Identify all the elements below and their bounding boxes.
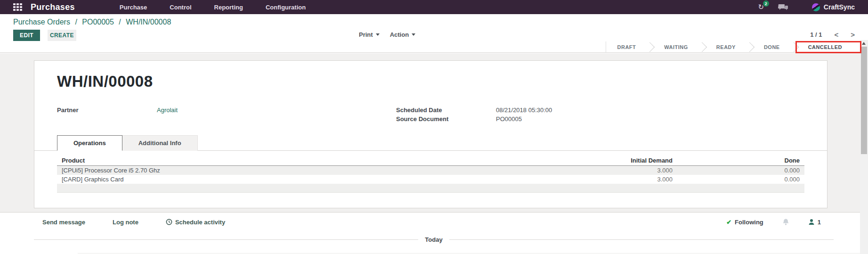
table-header-row: Product Initial Demand Done <box>57 156 804 166</box>
source-document-value: PO00005 <box>496 115 522 123</box>
company-logo-icon <box>812 3 820 11</box>
person-icon <box>808 219 815 225</box>
table-row[interactable]: [CPUi5] Processor Core i5 2.70 Ghz3.0000… <box>57 166 804 175</box>
control-panel: Purchase Orders / PO00005 / WH/IN/00008 … <box>0 14 868 41</box>
field-group-right: Scheduled Date 08/21/2018 05:30:00 Sourc… <box>396 107 552 123</box>
scheduled-date-label: Scheduled Date <box>396 107 496 114</box>
chevron-down-icon <box>376 33 380 36</box>
breadcrumb-separator: / <box>75 18 77 26</box>
date-divider: Today <box>34 236 834 243</box>
messages-icon[interactable] <box>778 4 788 11</box>
scrollbar-thumb[interactable] <box>861 47 867 154</box>
bell-icon[interactable] <box>782 218 789 226</box>
nav-menu: PurchaseControlReportingConfiguration <box>120 4 306 11</box>
action-menus: Print Action <box>359 31 415 38</box>
apps-grid-icon[interactable] <box>13 3 24 11</box>
nav-menu-item-control[interactable]: Control <box>170 4 191 11</box>
log-note-button[interactable]: Log note <box>113 219 138 226</box>
edit-button[interactable]: EDIT <box>13 30 40 41</box>
stage-draft[interactable]: DRAFT <box>606 41 648 52</box>
field-group-left: Partner Agrolait <box>57 107 396 123</box>
statusbar: DRAFTWAITINGREADYDONECANCELLED <box>0 41 868 53</box>
create-button[interactable]: CREATE <box>48 30 76 41</box>
form-view-background: WH/IN/00008 Partner Agrolait Scheduled D… <box>0 53 868 212</box>
follower-count: 1 <box>818 219 821 226</box>
following-button[interactable]: ✔ Following <box>726 219 763 226</box>
tab-additional-info[interactable]: Additional Info <box>122 135 198 151</box>
source-document-label: Source Document <box>396 115 496 123</box>
chatter-toolbar: Send message Log note Schedule activity … <box>42 218 821 226</box>
divider-line <box>34 239 418 240</box>
demand-cell: 3.000 <box>545 176 673 183</box>
product-cell: [CPUi5] Processor Core i5 2.70 Ghz <box>62 167 545 174</box>
followers-button[interactable]: 1 <box>808 219 821 226</box>
send-message-button[interactable]: Send message <box>42 219 85 226</box>
partner-label: Partner <box>57 107 157 114</box>
activity-badge: 2 <box>763 0 769 7</box>
column-header-initial-demand[interactable]: Initial Demand <box>545 157 673 164</box>
table-row[interactable]: [CARD] Graphics Card3.0000.000 <box>57 175 804 184</box>
notebook-tabs: Operations Additional Info <box>57 135 804 151</box>
form-sheet: WH/IN/00008 Partner Agrolait Scheduled D… <box>34 60 827 208</box>
nav-menu-item-purchase[interactable]: Purchase <box>120 4 147 11</box>
action-label: Action <box>390 31 409 38</box>
action-dropdown[interactable]: Action <box>390 31 415 38</box>
column-header-done[interactable]: Done <box>673 157 800 164</box>
table-body: [CPUi5] Processor Core i5 2.70 Ghz3.0000… <box>57 166 804 184</box>
table-row-empty[interactable] <box>57 184 804 193</box>
check-icon: ✔ <box>726 219 731 226</box>
stage-waiting[interactable]: WAITING <box>653 41 699 52</box>
clock-icon <box>166 219 172 225</box>
breadcrumb: Purchase Orders / PO00005 / WH/IN/00008 <box>13 18 171 26</box>
stage-arrow-icon <box>747 41 753 52</box>
done-cell: 0.000 <box>673 176 800 183</box>
vertical-scrollbar[interactable] <box>860 40 868 254</box>
scroll-up-arrow-icon[interactable] <box>862 42 866 45</box>
nav-menu-item-reporting[interactable]: Reporting <box>214 4 243 11</box>
breadcrumb-current: WH/IN/00008 <box>126 18 171 26</box>
stage-done[interactable]: DONE <box>753 41 791 52</box>
schedule-activity-button[interactable]: Schedule activity <box>166 219 225 226</box>
field-area: Partner Agrolait Scheduled Date 08/21/20… <box>57 107 804 123</box>
demand-cell: 3.000 <box>545 167 673 174</box>
stage-ready[interactable]: READY <box>705 41 747 52</box>
product-cell: [CARD] Graphics Card <box>62 176 545 183</box>
breadcrumb-po00005[interactable]: PO00005 <box>82 18 114 26</box>
done-cell: 0.000 <box>673 167 800 174</box>
operations-table: Product Initial Demand Done [CPUi5] Proc… <box>57 156 804 193</box>
schedule-activity-label: Schedule activity <box>175 219 225 226</box>
date-divider-label: Today <box>418 236 449 243</box>
navbar-right: ↻ 2 CraftSync <box>756 3 868 11</box>
nav-menu-item-configuration[interactable]: Configuration <box>266 4 306 11</box>
column-header-product[interactable]: Product <box>62 157 545 164</box>
user-name: CraftSync <box>824 3 855 11</box>
statusbar-stages: DRAFTWAITINGREADYDONECANCELLED <box>606 41 853 52</box>
breadcrumb-purchase-orders[interactable]: Purchase Orders <box>13 18 70 26</box>
chatter-right: ✔ Following 1 <box>726 218 821 226</box>
stage-arrow-icon <box>647 41 653 52</box>
purchases-app-window: Purchases PurchaseControlReportingConfig… <box>0 0 868 254</box>
pager-previous-icon[interactable]: < <box>834 31 838 38</box>
print-label: Print <box>359 31 373 38</box>
stage-arrow-icon <box>699 41 705 52</box>
form-buttons: EDIT CREATE <box>13 30 76 41</box>
record-title: WH/IN/00008 <box>57 73 804 90</box>
record-pager: 1 / 1 < > <box>810 31 855 38</box>
scheduled-date-value: 08/21/2018 05:30:00 <box>496 107 552 114</box>
activities-icon[interactable]: ↻ 2 <box>756 3 766 11</box>
pager-next-icon[interactable]: > <box>851 31 855 38</box>
partner-value-link[interactable]: Agrolait <box>157 107 178 114</box>
stage-cancelled[interactable]: CANCELLED <box>797 41 853 52</box>
stage-arrow-icon <box>791 41 797 52</box>
pager-count: 1 / 1 <box>810 31 822 38</box>
tab-operations[interactable]: Operations <box>57 135 122 151</box>
user-menu[interactable]: CraftSync <box>812 3 855 11</box>
app-name[interactable]: Purchases <box>31 2 75 12</box>
message-separator-line <box>78 253 868 254</box>
chevron-down-icon <box>412 33 415 36</box>
breadcrumb-separator: / <box>119 18 121 26</box>
print-dropdown[interactable]: Print <box>359 31 380 38</box>
divider-line <box>449 239 834 240</box>
following-label: Following <box>735 219 763 226</box>
chatter: Send message Log note Schedule activity … <box>0 212 868 254</box>
